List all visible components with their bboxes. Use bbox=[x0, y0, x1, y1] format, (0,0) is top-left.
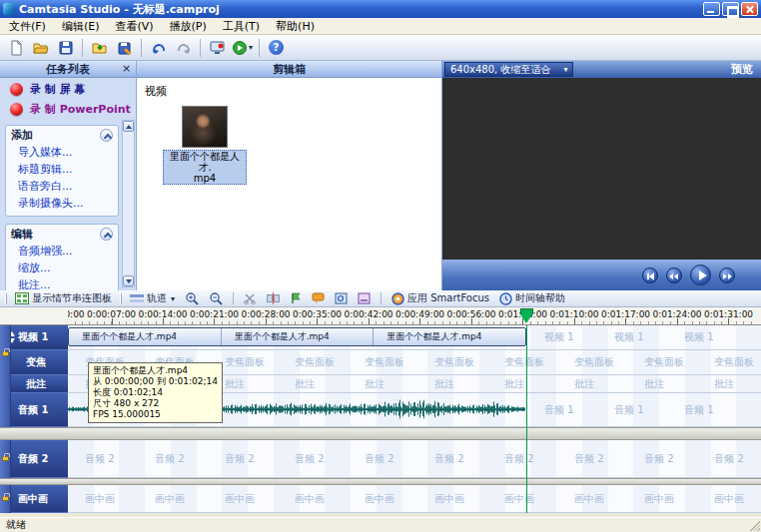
scissors-button[interactable] bbox=[240, 291, 261, 306]
chevron-up-icon[interactable] bbox=[100, 129, 113, 142]
ruler-label: 0:00:42:00 bbox=[344, 309, 392, 319]
audio-enhance-link[interactable]: 音频增强... bbox=[6, 243, 118, 260]
status-bar: 就绪 bbox=[0, 517, 761, 532]
clip-bin-header: 剪辑箱 bbox=[137, 61, 441, 78]
produce-share-button[interactable]: ▾ bbox=[230, 37, 255, 59]
lock-icon[interactable] bbox=[2, 456, 9, 461]
ruler-label: 0:01:24:00 bbox=[652, 309, 701, 319]
pip-track-header[interactable]: 画中画 bbox=[0, 485, 68, 513]
show-storyboard-button[interactable]: 显示情节串连图板 bbox=[11, 291, 116, 306]
lock-icon[interactable] bbox=[2, 351, 9, 356]
scroll-down-icon[interactable] bbox=[123, 275, 134, 286]
rewind-button[interactable] bbox=[666, 267, 682, 283]
lock-icon[interactable] bbox=[2, 496, 9, 501]
marker-button[interactable] bbox=[286, 291, 306, 306]
timeline-ruler[interactable]: 0:00:00:00 0:00:07:00 0:00:14:00 0:00:21… bbox=[0, 307, 761, 325]
zoom-track-label: 变焦 bbox=[26, 355, 46, 369]
open-project-button[interactable] bbox=[28, 37, 53, 59]
preview-controls bbox=[442, 260, 761, 290]
menu-play[interactable]: 播放(P) bbox=[162, 18, 215, 35]
video-clip-name: 里面个个都是人才.mp4 bbox=[69, 328, 222, 345]
help-button[interactable]: ? bbox=[264, 37, 289, 59]
chevron-down-icon[interactable]: ▾ bbox=[249, 43, 253, 52]
zoom-link[interactable]: 缩放... bbox=[6, 260, 118, 276]
ruler-label: 0:00:21:00 bbox=[190, 309, 239, 319]
toolbar-separator bbox=[82, 39, 83, 57]
minimize-button[interactable] bbox=[703, 2, 720, 16]
timeline-help-button[interactable]: 时间轴帮助 bbox=[495, 291, 569, 306]
record-powerpoint-task[interactable]: 录 制 PowerPoint bbox=[0, 98, 136, 118]
preview-size-dropdown[interactable]: 640x480, 收缩至适合 ▾ bbox=[444, 62, 573, 77]
tooltip-clip-name: 里面个个都是人才.mp4 bbox=[93, 365, 218, 376]
clip-bin-title: 剪辑箱 bbox=[273, 62, 306, 77]
scroll-up-icon[interactable] bbox=[123, 121, 134, 132]
close-icon[interactable]: × bbox=[120, 63, 133, 76]
record-camera-link[interactable]: 录制摄像头... bbox=[6, 195, 118, 212]
record-powerpoint-label: 录 制 PowerPoint bbox=[30, 102, 131, 117]
save-floppy-icon bbox=[58, 40, 74, 56]
zoom-in-button[interactable] bbox=[181, 291, 203, 306]
toolbar-drag-handle[interactable] bbox=[5, 293, 7, 304]
menu-file[interactable]: 文件(F) bbox=[1, 18, 54, 35]
voice-narration-link[interactable]: 语音旁白... bbox=[6, 178, 118, 195]
import-media-button[interactable] bbox=[87, 37, 112, 59]
video-clip[interactable]: 里面个个都是人才.mp4 里面个个都是人才.mp4 里面个个都是人才.mp4 bbox=[68, 327, 526, 346]
timeline-help-label: 时间轴帮助 bbox=[515, 291, 565, 305]
skip-to-start-button[interactable] bbox=[642, 267, 658, 283]
redo-button[interactable] bbox=[171, 37, 196, 59]
task-scrollbar[interactable] bbox=[122, 120, 135, 287]
playhead-marker[interactable] bbox=[520, 314, 532, 323]
menu-view[interactable]: 查看(V) bbox=[107, 18, 161, 35]
menu-edit[interactable]: 编辑(E) bbox=[54, 18, 108, 35]
resize-grip[interactable] bbox=[748, 519, 760, 531]
smartfocus-icon bbox=[391, 292, 404, 305]
captions-tool-button[interactable] bbox=[354, 291, 375, 306]
audio2-ghost-labels: 音频 2音频 2音频 2音频 2音频 2音频 2音频 2音频 2音频 2音频 2 bbox=[68, 440, 761, 477]
chevron-up-icon[interactable] bbox=[100, 228, 113, 241]
zoom-out-button[interactable] bbox=[205, 291, 227, 306]
collapse-up-icon[interactable] bbox=[9, 331, 15, 336]
ruler-label: 0:00:07:00 bbox=[87, 309, 136, 319]
undo-button[interactable] bbox=[146, 37, 171, 59]
play-button[interactable] bbox=[690, 265, 711, 285]
save-project-button[interactable] bbox=[53, 37, 78, 59]
zoomnpan-tool-button[interactable] bbox=[331, 291, 352, 306]
collapse-down-icon[interactable] bbox=[9, 338, 15, 343]
split-clip-button[interactable] bbox=[263, 291, 284, 306]
audio2-track-header[interactable]: 音频 2 bbox=[0, 440, 68, 478]
title-clip-link[interactable]: 标题剪辑... bbox=[6, 161, 118, 178]
video1-track-header[interactable]: 视频 1 bbox=[0, 325, 68, 350]
close-button[interactable] bbox=[741, 2, 758, 16]
callout-tool-icon bbox=[312, 292, 325, 304]
preview-header: 640x480, 收缩至适合 ▾ 预览 bbox=[442, 61, 761, 78]
pip-track-lane[interactable]: 画中画画中画画中画画中画画中画画中画画中画画中画画中画画中画 bbox=[68, 485, 761, 513]
clip-bin-item[interactable]: 里面个个都是人才. mp4 bbox=[163, 106, 247, 185]
zoom-track-header[interactable]: 变焦 bbox=[0, 350, 68, 375]
clip-bin-body[interactable]: 视频 里面个个都是人才. mp4 bbox=[137, 78, 441, 290]
save-as-button[interactable] bbox=[112, 37, 137, 59]
callout-link[interactable]: 批注... bbox=[6, 276, 118, 290]
callout-tool-button[interactable] bbox=[308, 291, 329, 306]
main-area: 任务列表 × 录 制 屏 幕 录 制 PowerPoint 添加 导入媒体...… bbox=[0, 61, 761, 290]
apply-smartfocus-button[interactable]: 应用 SmartFocus bbox=[387, 291, 493, 306]
new-project-button[interactable] bbox=[3, 37, 28, 59]
captions-tool-icon bbox=[358, 292, 371, 304]
callout-track-header[interactable]: 批注 bbox=[0, 375, 68, 393]
audio2-track-lane[interactable]: 音频 2音频 2音频 2音频 2音频 2音频 2音频 2音频 2音频 2音频 2 bbox=[68, 440, 761, 478]
maximize-button[interactable] bbox=[722, 2, 739, 16]
preview-size-value: 640x480, 收缩至适合 bbox=[450, 63, 550, 77]
audio1-track-header[interactable]: 音频 1 bbox=[0, 393, 68, 427]
toolbar-separator bbox=[380, 292, 381, 304]
pip-track-label: 画中画 bbox=[18, 492, 48, 506]
import-media-link[interactable]: 导入媒体... bbox=[6, 144, 118, 161]
toolbar-separator bbox=[259, 39, 260, 57]
menu-help[interactable]: 帮助(H) bbox=[268, 18, 323, 35]
fast-forward-button[interactable] bbox=[719, 267, 735, 283]
ruler-label: 0:01:10:00 bbox=[549, 309, 598, 319]
record-screen-button[interactable] bbox=[205, 37, 230, 59]
save-as-icon bbox=[117, 40, 133, 56]
menu-tools[interactable]: 工具(T) bbox=[215, 18, 268, 35]
tracks-button[interactable]: 轨道 ▾ bbox=[126, 291, 179, 306]
video1-track-lane[interactable]: 视频 1视频 1视频 1 里面个个都是人才.mp4 里面个个都是人才.mp4 里… bbox=[68, 325, 761, 350]
record-screen-task[interactable]: 录 制 屏 幕 bbox=[0, 78, 136, 98]
